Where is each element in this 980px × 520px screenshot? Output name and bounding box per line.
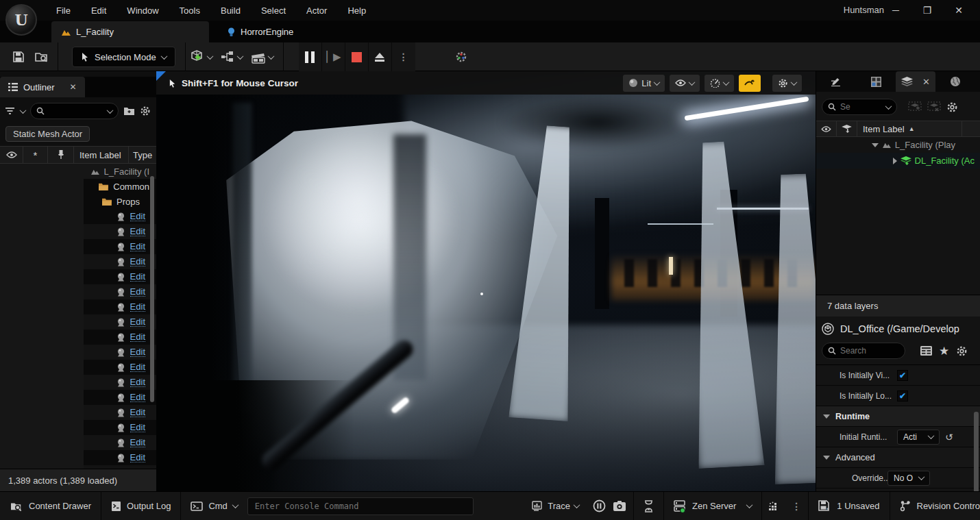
pause-button[interactable] [299, 42, 322, 71]
runtime-state-dropdown[interactable]: Acti [897, 430, 940, 445]
blueprints-button[interactable] [220, 45, 243, 69]
show-flags-dropdown[interactable] [670, 75, 700, 92]
filter-badge[interactable]: Static Mesh Actor [5, 126, 90, 142]
visibility-column-header[interactable] [0, 147, 23, 163]
gear-icon[interactable] [140, 106, 151, 116]
edit-row[interactable]: Edit [0, 405, 156, 420]
menu-file[interactable]: File [48, 3, 79, 18]
data-layer-row-facility[interactable]: DL_Facility (Ac [816, 153, 980, 169]
edit-link[interactable]: Edit [130, 423, 145, 432]
edit-link[interactable]: Edit [130, 332, 145, 342]
content-drawer-button[interactable]: Content Drawer [0, 492, 101, 520]
filter-icon[interactable] [5, 107, 16, 115]
visibility-column-header[interactable] [816, 121, 837, 136]
tree-row-common[interactable]: Common [0, 179, 156, 194]
tree-row-level[interactable]: L_Facility (I [0, 164, 156, 179]
edit-row[interactable]: Edit [0, 269, 156, 284]
output-log-button[interactable]: Output Log [101, 492, 180, 520]
cmd-dropdown[interactable]: Cmd [181, 492, 247, 520]
frame-step-button[interactable]: ▏▶ [322, 42, 345, 71]
item-label-column-header[interactable]: Item Label [74, 147, 129, 163]
streaming-number-field[interactable]: 0 [887, 491, 920, 492]
expand-arrow-icon[interactable] [872, 143, 879, 147]
scalability-warning-button[interactable] [739, 75, 761, 92]
add-actor-button[interactable] [190, 45, 213, 69]
menu-tools[interactable]: Tools [171, 3, 208, 18]
outliner-scrollbar[interactable] [150, 176, 154, 402]
chevron-down-icon[interactable] [20, 107, 27, 114]
level-viewport[interactable]: Shift+F1 for Mouse Cursor Lit [156, 71, 816, 491]
menu-select[interactable]: Select [253, 3, 294, 18]
save-button[interactable] [7, 45, 30, 69]
close-icon[interactable]: ✕ [922, 77, 930, 87]
play-options-button[interactable]: ⋮ [392, 42, 415, 71]
restore-button[interactable]: ❐ [911, 0, 943, 21]
gear-icon[interactable] [956, 345, 968, 357]
type-column-header[interactable]: Type [129, 147, 156, 163]
tab-data-layers[interactable]: ✕ [896, 71, 935, 92]
tree-row-props[interactable]: Props [0, 194, 156, 209]
edit-link[interactable]: Edit [130, 272, 145, 282]
edit-link[interactable]: Edit [130, 212, 145, 221]
edit-link[interactable]: Edit [130, 287, 145, 297]
eject-button[interactable] [369, 42, 392, 71]
stop-button[interactable] [345, 42, 369, 71]
tab-levels[interactable] [856, 71, 896, 92]
checkbox-checked[interactable]: ✔ [897, 391, 908, 401]
override-dropdown[interactable]: No O [887, 471, 930, 486]
tab-details[interactable] [816, 71, 856, 92]
screenshot-button[interactable] [610, 492, 633, 520]
data-layers-search[interactable] [822, 99, 897, 115]
expand-arrow-icon[interactable] [893, 158, 897, 164]
checkbox-checked[interactable]: ✔ [897, 370, 908, 381]
menu-build[interactable]: Build [212, 3, 249, 18]
edit-row[interactable]: Edit [0, 239, 156, 254]
edit-link[interactable]: Edit [130, 242, 145, 251]
edit-link[interactable]: Edit [130, 347, 145, 357]
category-runtime[interactable]: Runtime [816, 406, 980, 427]
tab-horror-engine[interactable]: HorrorEngine [217, 21, 303, 42]
view-mode-dropdown[interactable]: Lit [623, 75, 665, 92]
edit-row[interactable]: Edit [0, 330, 156, 345]
data-layer-row-level[interactable]: L_Facility (Play [816, 137, 980, 153]
unsaved-button[interactable]: * 1 Unsaved [809, 492, 889, 520]
edit-link[interactable]: Edit [130, 257, 145, 267]
zen-server-dropdown[interactable]: Zen Server [664, 492, 761, 520]
edit-row[interactable]: Edit [0, 435, 156, 450]
star-column-header[interactable]: * [23, 147, 48, 163]
derived-data-button[interactable] [762, 492, 785, 520]
add-data-layer-icon[interactable] [908, 101, 922, 112]
edit-row[interactable]: Edit [0, 284, 156, 299]
edit-row[interactable]: Edit [0, 360, 156, 375]
edit-link[interactable]: Edit [130, 393, 145, 402]
edit-link[interactable]: Edit [130, 377, 145, 387]
edit-row[interactable]: Edit [0, 299, 156, 314]
tab-world-settings[interactable] [935, 71, 975, 92]
load-column-header[interactable] [837, 121, 857, 136]
data-layers-search-input[interactable] [840, 102, 882, 112]
details-scrollbar[interactable] [974, 412, 979, 491]
console-command-field[interactable] [247, 497, 474, 515]
edit-row[interactable]: Edit [0, 209, 156, 224]
edit-link[interactable]: Edit [130, 408, 145, 417]
new-folder-icon[interactable] [123, 106, 135, 116]
edit-row[interactable]: Edit [0, 345, 156, 360]
platforms-button[interactable] [450, 45, 473, 69]
menu-window[interactable]: Window [119, 3, 167, 18]
edit-row[interactable]: Edit [0, 450, 156, 465]
edit-link[interactable]: Edit [130, 453, 145, 462]
outliner-tab[interactable]: Outliner ✕ [0, 77, 85, 97]
outliner-search-input[interactable] [49, 106, 103, 116]
edit-row[interactable]: Edit [0, 375, 156, 390]
viewport-settings-dropdown[interactable] [772, 75, 802, 92]
item-label-column-header[interactable]: Item Label ▲ [857, 121, 962, 136]
close-button[interactable]: ✕ [943, 0, 975, 21]
edit-link[interactable]: Edit [130, 468, 145, 469]
reset-to-default-icon[interactable]: ↺ [945, 432, 953, 443]
revision-control-button[interactable]: Revision Contro [890, 492, 980, 520]
edit-link[interactable]: Edit [130, 362, 145, 372]
tab-level[interactable]: L_Facility [51, 21, 209, 42]
cinematics-button[interactable] [250, 45, 273, 69]
edit-link[interactable]: Edit [130, 302, 145, 312]
display-filter-icon[interactable] [920, 346, 932, 356]
